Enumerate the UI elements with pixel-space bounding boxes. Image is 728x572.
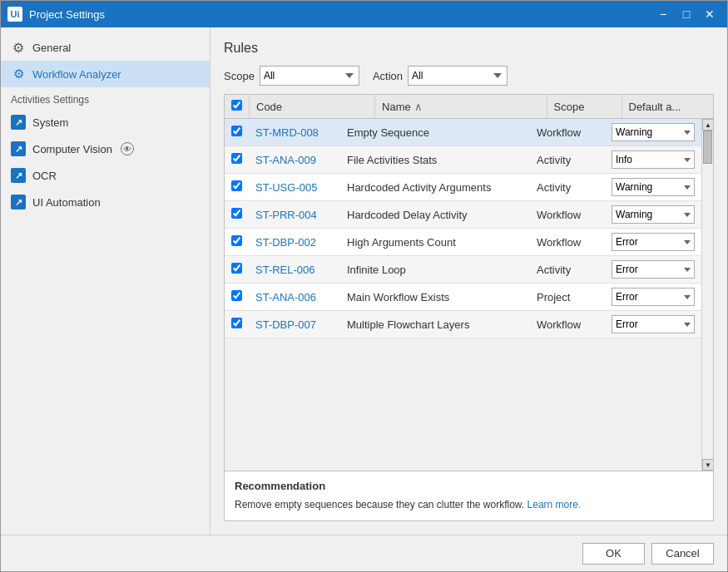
close-button[interactable]: ✕ (699, 5, 721, 23)
row-checkbox[interactable] (231, 290, 242, 301)
code-link[interactable]: ST-MRD-008 (255, 126, 319, 139)
rule-name: Main Workflow Exists (340, 284, 530, 311)
table-row: ST-DBP-007Multiple Flowchart LayersWorkf… (225, 311, 701, 338)
window-title: Project Settings (29, 8, 652, 21)
recommendation-section: Recommendation Remove empty sequences be… (225, 471, 713, 520)
scrollbar-thumb-area (702, 131, 713, 459)
gear-icon (11, 40, 26, 55)
sidebar-item-ocr[interactable]: ↗ OCR (1, 162, 210, 189)
select-all-checkbox[interactable] (231, 100, 242, 111)
sidebar-item-workflow-analyzer[interactable]: ⚙ Workflow Analyzer (1, 61, 210, 87)
row-checkbox[interactable] (231, 208, 242, 219)
rule-scope: Project (530, 284, 605, 311)
action-dropdown[interactable]: ErrorWarningInfoVerbose (612, 260, 695, 279)
table-row: ST-MRD-008Empty SequenceWorkflowErrorWar… (225, 119, 701, 146)
table-row: ST-DBP-002High Arguments CountWorkflowEr… (225, 229, 701, 256)
table-header-row: Code Name∧ Scope Default a... (225, 95, 713, 119)
arrow-icon-computer-vision: ↗ (11, 141, 26, 156)
filters-row: Scope All Workflow Activity Project Acti… (224, 66, 714, 86)
action-filter-group: Action All Error Warning Info (373, 66, 508, 86)
rules-table: Code Name∧ Scope Default a... (225, 95, 713, 119)
arrow-icon-ui-automation: ↗ (11, 195, 26, 210)
row-checkbox[interactable] (231, 235, 242, 246)
table-body-area[interactable]: ST-MRD-008Empty SequenceWorkflowErrorWar… (225, 119, 701, 471)
action-dropdown[interactable]: ErrorWarningInfoVerbose (612, 178, 695, 196)
scroll-up-button[interactable]: ▲ (702, 119, 713, 131)
action-dropdown[interactable]: ErrorWarningInfoVerbose (612, 150, 695, 169)
rules-data-table: ST-MRD-008Empty SequenceWorkflowErrorWar… (225, 119, 701, 338)
action-dropdown[interactable]: ErrorWarningInfoVerbose (612, 288, 695, 306)
rule-name: High Arguments Count (340, 229, 530, 256)
rule-name: Infinite Loop (340, 256, 530, 284)
table-row: ST-ANA-009File Activities StatsActivityE… (225, 146, 701, 174)
header-checkbox-cell (225, 95, 250, 119)
app-icon: Ui (7, 7, 22, 22)
row-checkbox[interactable] (231, 263, 242, 274)
sidebar-item-ui-automation[interactable]: ↗ UI Automation (1, 189, 210, 215)
recommendation-title: Recommendation (235, 480, 703, 492)
row-checkbox[interactable] (231, 153, 242, 164)
code-link[interactable]: ST-REL-006 (255, 264, 315, 276)
action-dropdown[interactable]: ErrorWarningInfoVerbose (612, 315, 695, 333)
rule-scope: Workflow (530, 229, 605, 256)
action-dropdown[interactable]: ErrorWarningInfoVerbose (612, 205, 695, 224)
action-dropdown[interactable]: ErrorWarningInfoVerbose (612, 233, 695, 251)
scrollbar-track: ▲ ▼ (701, 119, 713, 471)
code-link[interactable]: ST-ANA-009 (255, 154, 316, 166)
rule-name: Hardcoded Delay Activity (340, 201, 530, 229)
header-name[interactable]: Name∧ (375, 95, 547, 119)
rule-name: Empty Sequence (340, 119, 530, 146)
scrollbar-thumb[interactable] (703, 131, 712, 164)
main-content: Rules Scope All Workflow Activity Projec… (210, 27, 727, 535)
row-checkbox[interactable] (231, 318, 242, 328)
table-wrapper: ST-MRD-008Empty SequenceWorkflowErrorWar… (225, 119, 713, 471)
table-body: ST-MRD-008Empty SequenceWorkflowErrorWar… (225, 119, 701, 338)
project-settings-window: Ui Project Settings − □ ✕ General ⚙ Work… (0, 0, 728, 572)
sidebar-item-computer-vision[interactable]: ↗ Computer Vision 👁 (1, 136, 210, 162)
arrow-icon-system: ↗ (11, 115, 26, 130)
titlebar: Ui Project Settings − □ ✕ (1, 1, 727, 27)
row-checkbox[interactable] (231, 126, 242, 136)
scope-filter-group: Scope All Workflow Activity Project (224, 66, 359, 86)
learn-more-link[interactable]: Learn more. (527, 499, 582, 510)
sort-arrow: ∧ (414, 101, 423, 113)
rules-table-container: Code Name∧ Scope Default a... (224, 94, 714, 521)
sidebar-item-system[interactable]: ↗ System (1, 109, 210, 136)
code-link[interactable]: ST-DBP-002 (255, 236, 316, 249)
section-title: Rules (224, 41, 714, 56)
sidebar-label-ocr: OCR (32, 170, 57, 182)
row-checkbox[interactable] (231, 180, 242, 191)
rule-scope: Workflow (530, 311, 605, 338)
window-footer: OK Cancel (1, 535, 727, 571)
workflow-icon: ⚙ (11, 67, 26, 81)
table-row: ST-PRR-004Hardcoded Delay ActivityWorkfl… (225, 201, 701, 229)
window-body: General ⚙ Workflow Analyzer Activities S… (1, 27, 727, 535)
scope-label: Scope (224, 70, 255, 82)
minimize-button[interactable]: − (652, 5, 674, 23)
sidebar-label-system: System (32, 116, 68, 129)
header-default-action: Default a... (622, 95, 713, 119)
ok-button[interactable]: OK (582, 543, 645, 565)
scope-select[interactable]: All Workflow Activity Project (260, 66, 359, 86)
header-scope: Scope (547, 95, 622, 119)
sidebar: General ⚙ Workflow Analyzer Activities S… (1, 27, 210, 535)
scroll-down-button[interactable]: ▼ (702, 459, 713, 471)
action-dropdown[interactable]: ErrorWarningInfoVerbose (612, 123, 695, 141)
action-select[interactable]: All Error Warning Info (408, 66, 508, 86)
code-link[interactable]: ST-USG-005 (255, 181, 317, 194)
eye-icon: 👁 (121, 142, 134, 155)
maximize-button[interactable]: □ (676, 5, 697, 23)
sidebar-item-general[interactable]: General (1, 34, 210, 61)
sidebar-label-computer-vision: Computer Vision (32, 143, 112, 155)
recommendation-text: Remove empty sequences because they can … (235, 497, 703, 512)
rule-scope: Workflow (530, 119, 605, 146)
arrow-icon-ocr: ↗ (11, 168, 26, 183)
code-link[interactable]: ST-ANA-006 (255, 291, 316, 303)
cancel-button[interactable]: Cancel (651, 543, 714, 565)
sidebar-label-workflow-analyzer: Workflow Analyzer (32, 68, 121, 81)
sidebar-label-ui-automation: UI Automation (32, 196, 101, 209)
rule-name: Hardcoded Activity Arguments (340, 174, 530, 201)
code-link[interactable]: ST-DBP-007 (255, 318, 316, 331)
rule-scope: Activity (530, 256, 605, 284)
code-link[interactable]: ST-PRR-004 (255, 209, 317, 221)
